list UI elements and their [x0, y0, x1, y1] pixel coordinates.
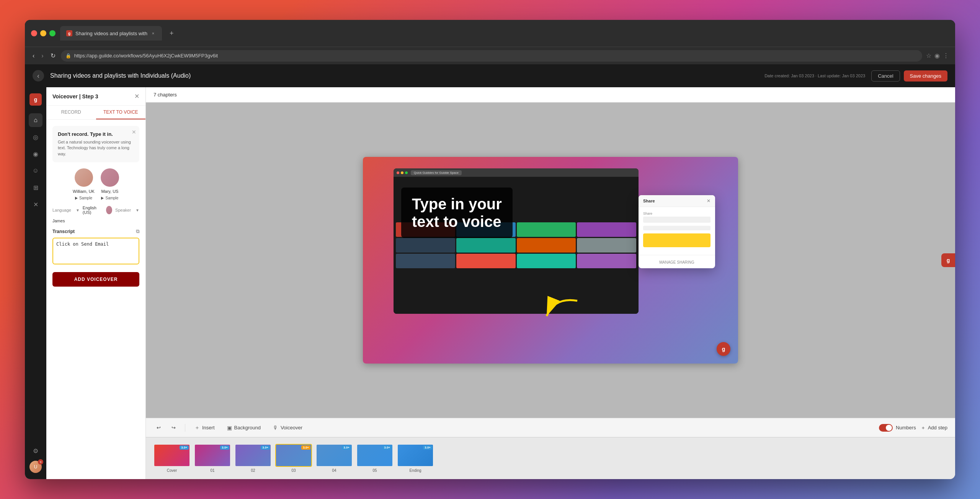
- background-label: Background: [234, 425, 261, 431]
- main-layout: g ⌂ ◎ ◉ ☺ ⊞ ✕ ⚙ U 9 Voiceover | Step: [25, 87, 955, 479]
- guidde-floating-button[interactable]: g: [717, 342, 730, 356]
- grid-card-3: [517, 222, 576, 237]
- tab-close-button[interactable]: ×: [150, 31, 156, 36]
- arrow-svg: [539, 293, 585, 324]
- browser-chrome: g Sharing videos and playlists with × +: [25, 20, 955, 47]
- sidebar-item-circles[interactable]: ◉: [29, 147, 42, 161]
- language-dropdown[interactable]: ▼: [76, 208, 80, 212]
- modal-header: Share ✕: [639, 195, 715, 207]
- numbers-toggle-switch[interactable]: [879, 424, 893, 432]
- back-button[interactable]: ‹: [33, 70, 44, 82]
- menu-icon[interactable]: ⋮: [943, 52, 949, 59]
- filmstrip-label-ending: Ending: [409, 468, 421, 473]
- save-button[interactable]: Save changes: [904, 70, 947, 82]
- modal-close: ✕: [707, 198, 710, 204]
- filmstrip-thumb-03: 3.0+: [275, 444, 312, 467]
- undo-button[interactable]: ↩: [154, 423, 164, 432]
- top-bar: ‹ Sharing videos and playlists with Indi…: [25, 64, 955, 87]
- chapters-count: 7 chapters: [154, 92, 177, 98]
- reload-button[interactable]: ↻: [49, 51, 57, 61]
- sidebar-item-settings[interactable]: ⚙: [29, 444, 42, 458]
- background-button[interactable]: ▣ Background: [224, 423, 264, 432]
- modal-value-2: [643, 226, 710, 230]
- workflow-meta: Date created: Jan 03 2023 · Last update:…: [764, 73, 865, 78]
- filmstrip: 3.0+ Cover 3.0+ 01 3.0: [146, 437, 955, 479]
- browser-actions: ☆ ◉ ⋮: [926, 52, 949, 59]
- speaker-william-avatar: [75, 168, 93, 187]
- grid-card-9: [396, 254, 455, 268]
- browser-nav: ‹ › ↻ 🔒 https://app.guilde.co/workflows/…: [25, 47, 955, 64]
- filmstrip-label-05: 05: [372, 468, 377, 473]
- tab-text-to-voice[interactable]: TEXT TO VOICE: [96, 106, 146, 119]
- speaker-mary-play[interactable]: Sample: [101, 196, 118, 200]
- new-tab-button[interactable]: +: [167, 29, 177, 38]
- minimize-button[interactable]: [40, 30, 46, 36]
- filmstrip-badge-03: 3.0+: [301, 445, 310, 450]
- add-step-icon: ＋: [921, 424, 926, 431]
- sidebar-user-avatar[interactable]: U 9: [29, 461, 42, 473]
- sidebar-item-analytics[interactable]: ◎: [29, 130, 42, 144]
- filmstrip-item-ending[interactable]: 3.0+ Ending: [397, 444, 434, 473]
- forward-nav-button[interactable]: ›: [40, 51, 45, 61]
- tab-record[interactable]: RECORD: [46, 106, 96, 119]
- filmstrip-badge-02: 3.0+: [261, 445, 270, 450]
- speaker-william-name: William, UK: [73, 189, 95, 194]
- voiceover-button[interactable]: 🎙 Voiceover: [270, 423, 305, 432]
- speaker-william: William, UK Sample: [73, 168, 95, 200]
- address-bar[interactable]: 🔒 https://app.guilde.co/workflows/56AyuH…: [61, 50, 922, 62]
- close-button[interactable]: [31, 30, 37, 36]
- traffic-lights: [31, 30, 56, 36]
- notification-badge: 9: [38, 459, 43, 465]
- tab-title: Sharing videos and playlists with: [75, 31, 147, 36]
- sidebar-item-integrations[interactable]: ✕: [29, 197, 42, 211]
- numbers-toggle: Numbers: [879, 424, 916, 432]
- right-floating-button[interactable]: g: [941, 253, 955, 267]
- bookmark-icon[interactable]: ☆: [926, 52, 931, 59]
- sidebar-item-grid[interactable]: ⊞: [29, 181, 42, 194]
- slide-frame: Quick Guiddes for Guidde Space: [363, 157, 738, 364]
- speaker-mary-name: Mary, US: [101, 189, 118, 194]
- modal-dismiss-button[interactable]: MANAGE SHARING: [659, 260, 694, 264]
- add-step-button[interactable]: ＋ Add step: [921, 424, 947, 431]
- redo-button[interactable]: ↪: [168, 423, 179, 432]
- transcript-input[interactable]: Click on Send Email: [52, 238, 139, 264]
- back-nav-button[interactable]: ‹: [31, 51, 36, 61]
- filmstrip-item-03[interactable]: 3.0+ 03: [275, 444, 312, 473]
- panel-tabs: RECORD TEXT TO VOICE: [46, 106, 145, 120]
- maximize-button[interactable]: [49, 30, 56, 36]
- grid-card-10: [456, 254, 516, 268]
- filmstrip-item-cover[interactable]: 3.0+ Cover: [154, 444, 190, 473]
- slide-preview: Quick Guiddes for Guidde Space: [146, 103, 955, 418]
- add-voiceover-button[interactable]: ADD VOICEOVER: [52, 272, 139, 287]
- workflow-title: Sharing videos and playlists with Indivi…: [50, 72, 751, 79]
- filmstrip-label-cover: Cover: [167, 468, 177, 473]
- sidebar-item-home[interactable]: ⌂: [29, 113, 42, 127]
- toggle-knob: [886, 425, 892, 431]
- promo-close-button[interactable]: ✕: [132, 129, 136, 135]
- panel-close-button[interactable]: ✕: [134, 93, 139, 100]
- profile-icon[interactable]: ◉: [934, 52, 940, 59]
- browser-tab[interactable]: g Sharing videos and playlists with ×: [60, 26, 162, 41]
- filmstrip-badge-ending: 3.0+: [423, 445, 432, 450]
- speaker-dropdown[interactable]: ▼: [136, 208, 139, 212]
- speaker-william-play[interactable]: Sample: [75, 196, 92, 200]
- filmstrip-item-04[interactable]: 3.0+ 04: [316, 444, 353, 473]
- speaker-label: Speaker: [115, 208, 131, 212]
- copy-icon[interactable]: ⧉: [136, 228, 139, 235]
- filmstrip-thumb-04: 3.0+: [316, 444, 353, 467]
- cancel-button[interactable]: Cancel: [871, 70, 900, 82]
- insert-button[interactable]: ＋ Insert: [191, 423, 218, 433]
- voiceover-icon: 🎙: [273, 425, 278, 431]
- browser-window: g Sharing videos and playlists with × + …: [25, 20, 955, 479]
- promo-title: Don't record. Type it in.: [58, 131, 134, 137]
- sidebar-item-users[interactable]: ☺: [29, 164, 42, 178]
- filmstrip-item-05[interactable]: 3.0+ 05: [356, 444, 393, 473]
- sidebar-logo[interactable]: g: [29, 93, 42, 106]
- filmstrip-item-02[interactable]: 3.0+ 02: [235, 444, 271, 473]
- promo-box: ✕ Don't record. Type it in. Get a natura…: [52, 126, 139, 162]
- filmstrip-item-01[interactable]: 3.0+ 01: [194, 444, 231, 473]
- promo-text: Get a natural sounding voiceover using t…: [58, 139, 134, 157]
- modal-value-1: [643, 217, 710, 223]
- speakers-row: William, UK Sample Mary, US Sample: [52, 168, 139, 200]
- background-icon: ▣: [227, 425, 232, 431]
